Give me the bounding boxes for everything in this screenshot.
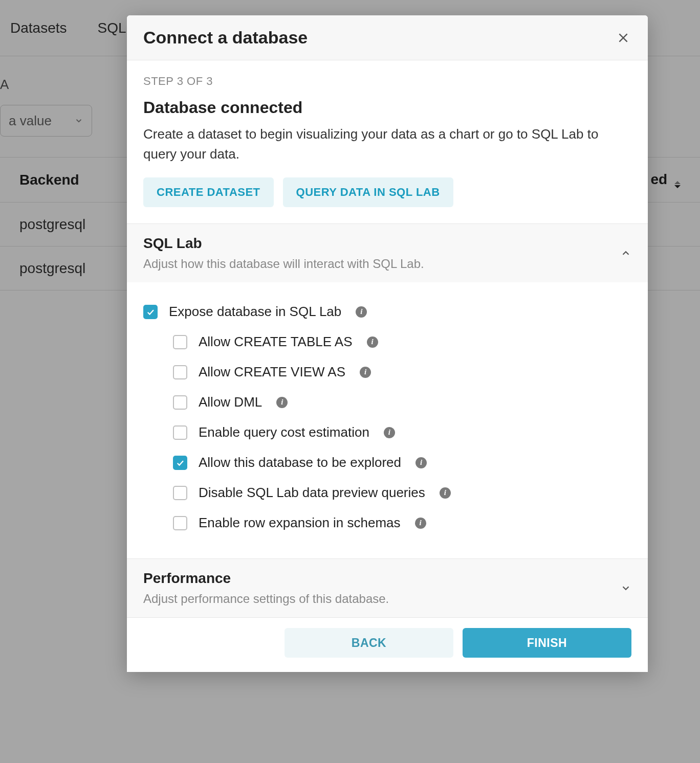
create-dataset-button[interactable]: CREATE DATASET bbox=[143, 177, 274, 207]
finish-button[interactable]: FINISH bbox=[463, 628, 631, 658]
connected-description: Create a dataset to begin visualizing yo… bbox=[143, 124, 631, 164]
info-icon[interactable]: i bbox=[384, 427, 395, 438]
sql-lab-options: Expose database in SQL LabiAllow CREATE … bbox=[127, 282, 648, 558]
info-icon[interactable]: i bbox=[415, 457, 427, 468]
checkbox-label: Allow this database to be explored bbox=[199, 455, 401, 470]
performance-title: Performance bbox=[143, 570, 389, 587]
sql-lab-option: Expose database in SQL Labi bbox=[143, 297, 631, 327]
modal-footer: BACK FINISH bbox=[127, 618, 648, 672]
connect-database-modal: Connect a database STEP 3 OF 3 Database … bbox=[127, 15, 648, 672]
performance-subtitle: Adjust performance settings of this data… bbox=[143, 592, 389, 606]
info-icon[interactable]: i bbox=[367, 336, 378, 348]
sql-lab-title: SQL Lab bbox=[143, 235, 424, 252]
checkbox[interactable] bbox=[173, 365, 187, 379]
sql-lab-option: Disable SQL Lab data preview queriesi bbox=[173, 478, 631, 508]
close-icon[interactable] bbox=[615, 30, 631, 46]
sql-lab-panel: SQL Lab Adjust how this database will in… bbox=[127, 224, 648, 559]
sql-lab-option: Enable query cost estimationi bbox=[173, 417, 631, 447]
checkbox[interactable] bbox=[173, 395, 187, 410]
sql-lab-option: Enable row expansion in schemasi bbox=[173, 508, 631, 538]
checkbox[interactable] bbox=[173, 425, 187, 440]
checkbox-label: Expose database in SQL Lab bbox=[169, 304, 341, 320]
info-icon[interactable]: i bbox=[360, 367, 371, 378]
performance-panel: Performance Adjust performance settings … bbox=[127, 559, 648, 618]
sql-lab-option: Allow this database to be exploredi bbox=[173, 447, 631, 478]
checkbox[interactable] bbox=[143, 305, 158, 319]
step-label: STEP 3 OF 3 bbox=[143, 75, 631, 88]
modal-intro: STEP 3 OF 3 Database connected Create a … bbox=[127, 60, 648, 224]
info-icon[interactable]: i bbox=[440, 487, 451, 499]
info-icon[interactable]: i bbox=[415, 518, 426, 529]
sql-lab-subtitle: Adjust how this database will interact w… bbox=[143, 257, 424, 271]
checkbox[interactable] bbox=[173, 516, 187, 530]
info-icon[interactable]: i bbox=[356, 306, 367, 318]
checkbox[interactable] bbox=[173, 335, 187, 349]
checkbox-label: Enable row expansion in schemas bbox=[199, 515, 401, 531]
checkbox-label: Allow DML bbox=[199, 394, 262, 410]
sql-lab-option: Allow CREATE VIEW ASi bbox=[173, 357, 631, 387]
checkbox-label: Allow CREATE VIEW AS bbox=[199, 364, 345, 380]
checkbox-label: Enable query cost estimation bbox=[199, 424, 369, 440]
modal-header: Connect a database bbox=[127, 15, 648, 60]
modal-title: Connect a database bbox=[143, 28, 308, 48]
performance-panel-header[interactable]: Performance Adjust performance settings … bbox=[127, 559, 648, 617]
connected-heading: Database connected bbox=[143, 98, 631, 117]
checkbox-label: Disable SQL Lab data preview queries bbox=[199, 485, 425, 501]
query-sql-lab-button[interactable]: QUERY DATA IN SQL LAB bbox=[283, 177, 453, 207]
back-button[interactable]: BACK bbox=[285, 628, 453, 658]
sql-lab-panel-header[interactable]: SQL Lab Adjust how this database will in… bbox=[127, 224, 648, 282]
checkbox-label: Allow CREATE TABLE AS bbox=[199, 334, 353, 350]
info-icon[interactable]: i bbox=[276, 397, 288, 408]
checkbox[interactable] bbox=[173, 486, 187, 500]
sql-lab-option: Allow CREATE TABLE ASi bbox=[173, 327, 631, 357]
sql-lab-option: Allow DMLi bbox=[173, 387, 631, 417]
checkbox[interactable] bbox=[173, 456, 187, 470]
chevron-down-icon bbox=[620, 582, 631, 594]
chevron-up-icon bbox=[620, 248, 631, 259]
